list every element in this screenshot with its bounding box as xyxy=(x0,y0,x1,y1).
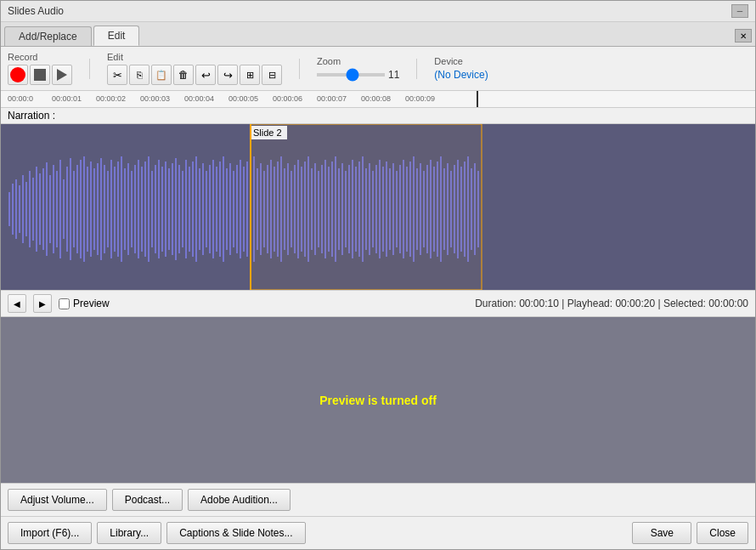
edit-label: Edit xyxy=(107,52,282,62)
title-bar: Slides Audio ─ xyxy=(1,1,755,22)
edit-group: Edit ✂ ⎘ 📋 🗑 ↩ ↪ ⊞ ⊟ xyxy=(107,52,282,85)
zoom-slider[interactable] xyxy=(317,73,385,77)
record-buttons xyxy=(8,65,72,85)
waveform-svg: Slide 2 xyxy=(1,124,755,290)
cut-button[interactable]: ✂ xyxy=(107,65,127,85)
bottom-row-1: Adjust Volume... Podcast... Adobe Auditi… xyxy=(1,483,755,516)
tick-8: 00:00:08 xyxy=(361,94,391,103)
record-button[interactable] xyxy=(8,65,28,85)
tab-edit[interactable]: Edit xyxy=(93,26,140,46)
svg-text:Slide 2: Slide 2 xyxy=(253,128,282,138)
tick-4: 00:00:04 xyxy=(184,94,214,103)
toolbar: Record Edit ✂ ⎘ 📋 🗑 ↩ xyxy=(1,47,755,91)
import-button[interactable]: Import (F6)... xyxy=(8,522,92,544)
zoom-value: 11 xyxy=(388,69,399,81)
waveform-area[interactable]: Slide 2 xyxy=(1,124,755,290)
split-button[interactable]: ⊟ xyxy=(262,65,282,85)
tab-close-button[interactable]: ✕ xyxy=(735,29,752,43)
bottom-row-2: Import (F6)... Library... Captions & Sli… xyxy=(1,516,755,549)
next-button[interactable]: ▶ xyxy=(33,294,52,313)
device-group: Device (No Device) xyxy=(434,56,488,81)
separator-1 xyxy=(89,59,90,79)
tab-add-replace[interactable]: Add/Replace xyxy=(4,26,92,46)
main-window: Slides Audio ─ Add/Replace Edit ✕ Record xyxy=(0,0,756,550)
window-title: Slides Audio xyxy=(8,5,64,17)
playback-controls: ◀ ▶ Preview Duration: 00:00:10 | Playhea… xyxy=(1,290,755,317)
undo-button[interactable]: ↩ xyxy=(195,65,216,85)
trim-button[interactable]: ⊞ xyxy=(240,65,260,85)
time-indicator xyxy=(477,91,478,108)
close-button[interactable]: Close xyxy=(697,522,748,544)
paste-button[interactable]: 📋 xyxy=(151,65,172,85)
narration-label: Narration : xyxy=(1,108,755,124)
tick-2: 00:00:02 xyxy=(96,94,126,103)
status-bar: Duration: 00:00:10 | Playhead: 00:00:20 … xyxy=(475,298,748,309)
tick-5: 00:00:05 xyxy=(228,94,258,103)
preview-label: Preview xyxy=(73,298,110,309)
preview-checkbox[interactable] xyxy=(59,298,70,309)
redo-button[interactable]: ↪ xyxy=(217,65,238,85)
library-button[interactable]: Library... xyxy=(97,522,161,544)
save-button[interactable]: Save xyxy=(632,522,691,544)
captions-button[interactable]: Captions & Slide Notes... xyxy=(166,522,305,544)
device-value[interactable]: (No Device) xyxy=(434,69,488,81)
duration-status: Duration: 00:00:10 xyxy=(475,298,559,309)
timeline-ruler: 00:00:0 00:00:01 00:00:02 00:00:03 00:00… xyxy=(1,91,755,108)
podcast-button[interactable]: Podcast... xyxy=(112,489,183,511)
separator-3 xyxy=(416,59,417,79)
preview-checkbox-group: Preview xyxy=(59,298,110,309)
stop-button[interactable] xyxy=(30,65,50,85)
copy-button[interactable]: ⎘ xyxy=(129,65,150,85)
adjust-volume-button[interactable]: Adjust Volume... xyxy=(8,489,107,511)
prev-button[interactable]: ◀ xyxy=(8,294,26,313)
delete-button[interactable]: 🗑 xyxy=(173,65,194,85)
play-button[interactable] xyxy=(52,65,72,85)
svg-rect-139 xyxy=(251,124,482,290)
tick-9: 00:00:09 xyxy=(405,94,435,103)
preview-message: Preview is turned off xyxy=(319,394,437,407)
zoom-label: Zoom xyxy=(317,56,399,66)
zoom-group: Zoom 11 xyxy=(317,56,399,81)
tick-3: 00:00:03 xyxy=(140,94,170,103)
edit-buttons: ✂ ⎘ 📋 🗑 ↩ ↪ ⊞ ⊟ xyxy=(107,65,282,85)
adobe-audition-button[interactable]: Adobe Audition... xyxy=(188,489,291,511)
playhead-status: Playhead: 00:00:20 xyxy=(567,298,655,309)
tab-bar: Add/Replace Edit ✕ xyxy=(1,22,755,47)
ruler-ticks: 00:00:0 00:00:01 00:00:02 00:00:03 00:00… xyxy=(8,91,748,108)
minimize-button[interactable]: ─ xyxy=(731,4,748,18)
tick-0: 00:00:0 xyxy=(8,94,33,103)
preview-panel: Preview is turned off xyxy=(1,317,755,483)
tick-6: 00:00:06 xyxy=(273,94,302,103)
selected-status: Selected: 00:00:00 xyxy=(663,298,748,309)
tick-1: 00:00:01 xyxy=(52,94,82,103)
tick-7: 00:00:07 xyxy=(317,94,347,103)
zoom-controls: 11 xyxy=(317,69,399,81)
record-label: Record xyxy=(8,52,72,62)
device-label: Device xyxy=(434,56,488,66)
record-group: Record xyxy=(8,52,72,85)
separator-2 xyxy=(299,59,300,79)
